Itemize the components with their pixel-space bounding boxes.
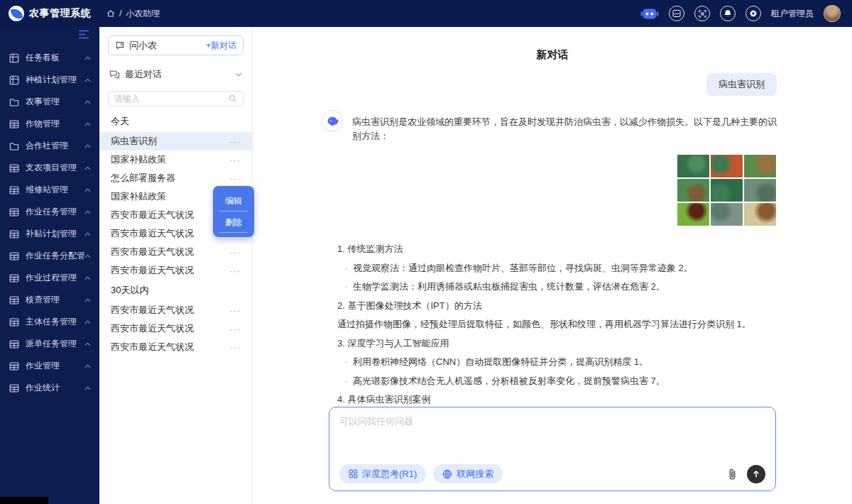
sidebar-item[interactable]: 派单任务管理 [0,333,99,355]
sidebar-item[interactable]: 作业任务分配管理 [0,245,99,267]
table-icon [9,339,19,349]
conversation-item[interactable]: 病虫害识别··· [99,132,252,150]
conversation-title-text: 怎么部署服务器 [111,172,229,185]
table-icon [9,207,19,217]
more-options-icon[interactable]: ··· [229,324,241,334]
deep-think-label: 深度思考(R1) [362,468,417,481]
chat-group-header: 30天以内 [99,280,252,301]
more-options-icon[interactable]: ··· [229,248,241,257]
breadcrumb-separator: / [119,9,121,18]
user-message-bubble: 病虫害识别 [706,73,777,96]
message-input-box: 深度思考(R1) 联网搜索 [329,407,776,491]
notification-icon[interactable] [720,6,736,21]
sidebar-item-label: 作业任务管理 [26,206,84,218]
sidebar-item[interactable]: 补贴计划管理 [0,223,99,245]
app-title: 农事管理系统 [29,7,91,20]
robot-icon[interactable] [640,6,659,21]
conversation-title-text: 西安市最近天气状况 [111,264,229,277]
chevron-up-icon [84,78,91,82]
chat-main: 新对话 病虫害识别 病虫害识别是农业领域的重要环节，旨在及时发现并防治病虫害，以… [253,27,852,504]
conversation-title-text: 国家补贴政策 [111,153,229,166]
answer-line: 通过拍摄作物图像，经预处理后提取特征，如颜色、形状和纹理，再用机器学习算法进行分… [337,315,777,334]
conversation-title-text: 西安市最近天气状况 [111,304,229,317]
collapse-menu-icon[interactable] [78,29,89,42]
bullet-dot: · [344,376,347,386]
conversation-item[interactable]: 西安市最近天气状况··· [99,319,252,338]
sidebar-item-label: 作业过程管理 [26,272,84,284]
more-options-icon[interactable]: ··· [229,155,241,165]
context-menu-delete[interactable]: 删除 [213,212,254,232]
answer-line: ·生物学监测法：利用诱捕器或粘虫板捕捉害虫，统计数量，评估潜在危害 2。 [337,278,777,297]
sidebar-item-label: 支农项目管理 [26,162,84,174]
top-header: 农事管理系统 / 小农助理 [0,0,852,27]
web-search-toggle[interactable]: 联网搜索 [433,464,503,483]
more-options-icon[interactable]: ··· [229,174,241,183]
ai-intro-text: 病虫害识别是农业领域的重要环节，旨在及时发现并防治病虫害，以减少作物损失。以下是… [352,110,777,143]
more-options-icon[interactable]: ··· [229,306,241,315]
conversation-item[interactable]: 西安市最近天气状况··· [99,261,252,280]
more-options-icon[interactable]: ··· [229,343,241,352]
ai-message-content: 病虫害识别是农业领域的重要环节，旨在及时发现并防治病虫害，以减少作物损失。以下是… [352,110,777,236]
search-input[interactable] [114,94,229,104]
chevron-up-icon [84,188,91,192]
sidebar-item[interactable]: 维修站管理 [0,179,99,201]
sidebar-item-label: 任务看板 [26,52,84,64]
input-right-actions [727,465,765,483]
sidebar-item[interactable]: 种植计划管理 [0,69,99,91]
result-image-grid[interactable] [352,155,776,226]
deep-think-toggle[interactable]: 深度思考(R1) [339,464,426,483]
search-icon[interactable] [229,94,237,103]
sidebar-item[interactable]: 合作社管理 [0,135,99,157]
sidebar-item[interactable]: 支农项目管理 [0,157,99,179]
input-actions: 深度思考(R1) 联网搜索 [339,464,765,483]
sidebar-item[interactable]: 作业管理 [0,355,99,377]
result-image-cell [744,179,776,202]
logo-icon [9,6,24,21]
conversation-title-text: 病虫害识别 [111,135,229,148]
conversation-item[interactable]: 西安市最近天气状况··· [99,338,252,356]
new-chat-button[interactable]: +新对话 [206,40,236,52]
user-avatar[interactable] [824,5,841,22]
sidebar-item[interactable]: 任务看板 [0,47,99,69]
message-input[interactable] [339,415,765,458]
sidebar-item[interactable]: 作业过程管理 [0,267,99,289]
sidebar-item[interactable]: 作业任务管理 [0,201,99,223]
breadcrumb-page: 小农助理 [126,8,160,20]
screenshot-icon[interactable] [669,6,684,21]
home-icon[interactable] [106,9,115,18]
send-button[interactable] [747,465,765,483]
sidebar-item-label: 核查管理 [26,294,84,306]
chevron-up-icon [84,276,91,280]
sidebar-item-label: 作业统计 [26,382,84,394]
recent-conversations-toggle[interactable]: 最近对话 [99,64,252,85]
more-options-icon[interactable]: ··· [229,137,241,146]
result-image-cell [677,155,709,177]
chevron-up-icon [84,254,91,258]
conversation-item[interactable]: 西安市最近天气状况··· [99,301,252,319]
fullscreen-icon[interactable] [694,6,710,21]
chevron-up-icon [84,364,91,368]
table-icon [9,361,19,371]
sidebar-item[interactable]: 主体任务管理 [0,311,99,333]
attachment-icon[interactable] [727,468,738,481]
chevron-up-icon [84,386,91,390]
sidebar-item-label: 农事管理 [26,96,84,108]
sidebar-item[interactable]: 作业统计 [0,377,99,399]
sidebar-item[interactable]: 核查管理 [0,289,99,311]
sidebar-item-label: 合作社管理 [26,140,84,152]
more-options-icon[interactable]: ··· [229,266,241,275]
sidebar-item[interactable]: 作物管理 [0,113,99,135]
breadcrumb: / 小农助理 [106,8,160,20]
main-sidebar: 任务看板种植计划管理农事管理作物管理合作社管理支农项目管理维修站管理作业任务管理… [0,27,99,504]
result-image-cell [744,203,776,226]
conversation-title-text: 西安市最近天气状况 [111,341,229,354]
conversation-item[interactable]: 怎么部署服务器··· [99,169,252,187]
settings-icon[interactable] [746,6,761,21]
sidebar-item[interactable]: 农事管理 [0,91,99,113]
context-menu-edit[interactable]: 编辑 [213,190,254,211]
chevron-up-icon [84,320,91,324]
conversation-item[interactable]: 国家补贴政策··· [99,150,252,169]
answer-line: ·利用卷积神经网络（CNN）自动提取图像特征并分类，提高识别精度 1。 [337,353,777,372]
answer-line: 3. 深度学习与人工智能应用 [337,334,777,354]
conversation-item[interactable]: 西安市最近天气状况··· [99,243,252,261]
